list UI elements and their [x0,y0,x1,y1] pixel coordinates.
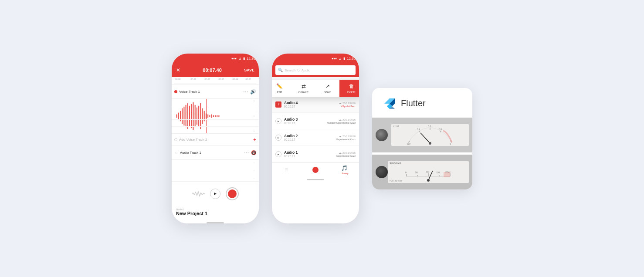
record-inner [228,189,237,198]
waveform-grid [172,99,259,133]
record-dot [312,167,319,173]
track-active-dot [174,90,177,93]
add-circle-icon [174,138,177,141]
search-box[interactable]: 🔍 Search for Audio [275,65,356,75]
flutter-header: Flutter [372,88,472,118]
wifi-icon-2: ⊿ [339,57,342,61]
audio-2-tags: Experimental #Jazz [336,138,356,141]
svg-point-54 [427,179,430,182]
add-plus-icon[interactable]: + [253,137,256,143]
play-button[interactable]: ▶ [210,189,220,199]
cloud-icon-1: ☁ [339,151,342,155]
battery-icon: ▮ [243,57,245,61]
svg-text:0.6: 0.6 [428,125,431,128]
home-indicator-bar [172,219,259,223]
audio-3-name: Audio 3 [284,117,324,122]
meter-1-block: VUM 0.2 0.4 0.6 0.8 [372,118,472,152]
mute-icon[interactable]: 🔇 [251,150,256,155]
record-button[interactable] [226,187,239,200]
meter-knob-2 [376,166,388,178]
audio-2-meta: ☁ 20/11/2016 Experimental #Jazz [336,135,356,141]
recording-time: 00:07.40 [203,68,221,73]
add-voice-track[interactable]: Add Voice Track 2 + [172,134,259,146]
volume-icon[interactable]: 🔊 [250,89,256,95]
audio-3-tags: #Critical #Experimental #Jazz [327,122,356,124]
ctx-share-label: Share [324,91,331,94]
share-icon: ↗ [325,83,330,89]
close-icon[interactable]: ✕ [176,67,180,73]
audio-2-date: ☁ 20/11/2016 [336,135,356,138]
cloud-icon-2: ☁ [339,135,342,138]
context-menu: ✏️ Edit ⇄ Convert ↗ Share 🗑 Delete [272,80,359,97]
playback-controls: ▶ [172,182,259,206]
audio-1-tags: Experimental #Jazz [336,155,356,157]
nav-record[interactable] [301,167,330,173]
timeline-ruler: 00:00 00:01 00:02 00:03 00:04 00:05 [172,77,259,85]
home-indicator-strip-2 [307,179,324,180]
home-indicator-2 [272,176,359,182]
audio-2-name: Audio 2 [284,134,334,138]
voice-track-1-label: Voice Track 1 [179,90,242,94]
audio-item-2[interactable]: ▶ Audio 2 00:20.17 ☁ 20/11/2016 Experime… [272,129,359,146]
play-button-3[interactable]: ▶ [275,118,281,124]
ctx-edit-label: Edit [277,91,282,94]
status-bar-2: ▾▾▾ ⊿ ▮ 12:30 [272,54,359,63]
status-time-1: 12:30 [247,57,255,61]
play-button-1[interactable]: ▶ [275,151,281,157]
meter-face-1: VUM 0.2 0.4 0.6 0.8 [391,124,469,146]
nav-list[interactable]: ≡ [272,167,301,173]
search-toolbar: 🔍 Search for Audio [272,63,359,77]
audio-1-name: Audio 1 [284,150,334,155]
track-more-icon[interactable]: ••• [244,90,248,94]
audio-track-1-label: Audio Track 1 [180,151,243,155]
signal-icon-2: ▾▾▾ [332,57,337,61]
audio-track-area: 5 0 5 [172,160,259,182]
audio-item-1[interactable]: ▶ Audio 1 00:20.17 ☁ 20/11/2016 Experime… [272,146,359,162]
meter-2: SECOND 0 50 100 150 [372,155,472,189]
svg-line-39 [420,133,430,143]
audio-4-date: ☁ 20/11/2016 [339,101,356,105]
convert-icon: ⇄ [302,83,306,89]
delete-icon: 🗑 [349,83,354,89]
audio-1-meta: ☁ 20/11/2016 Experimental #Jazz [336,151,356,157]
cloud-icon-4: ☁ [339,101,342,105]
audio-track-more[interactable]: ••• [244,151,249,155]
ctx-delete-label: Delete [347,91,356,94]
main-scene: ▾▾▾ ⊿ ▮ 12:30 ✕ 00:07.40 SAVE 00:00 00:0… [159,41,485,236]
cloud-icon-3: ☁ [339,118,342,122]
meter1-svg: 0.2 0.4 0.6 0.8 1 [391,124,469,146]
ctx-convert-button[interactable]: ⇄ Convert [291,80,315,97]
nav-library[interactable]: 🎵 Library [330,165,359,175]
search-icon: 🔍 [278,68,283,72]
project-name: New Project 1 [176,211,254,216]
audio-1-info: Audio 1 00:20.17 [284,150,334,158]
meter2-label: SECOND [390,162,401,165]
svg-text:0.2: 0.2 [407,143,410,145]
audio-item-3[interactable]: ▶ Audio 3 00:08.15 ☁ 20/11/2016 #Critica… [272,113,359,129]
meter-face-2: SECOND 0 50 100 150 [388,161,469,183]
recording-toolbar: ✕ 00:07.40 SAVE [172,63,259,77]
svg-text:0.4: 0.4 [417,128,420,131]
play-button-2[interactable]: ▶ [275,135,281,141]
wifi-icon: ⊿ [238,57,241,61]
audio-3-info: Audio 3 00:08.15 [284,117,324,125]
ctx-edit-button[interactable]: ✏️ Edit [272,80,291,97]
svg-text:1: 1 [450,143,451,145]
audio-list: ⏸ Audio 4 00:20.17 ☁ 20/11/2016 #Synth #… [272,96,359,162]
phone-recording: ▾▾▾ ⊿ ▮ 12:30 ✕ 00:07.40 SAVE 00:00 00:0… [172,54,259,223]
library-label: Library [341,172,349,175]
battery-icon-2: ▮ [343,57,345,61]
pause-button-4[interactable]: ⏸ [275,101,281,108]
waveform-display: 5 0 5 [172,99,259,134]
project-name-section: NAME New Project 1 [172,206,259,219]
edit-icon: ✏️ [276,83,283,89]
save-button[interactable]: SAVE [244,68,254,72]
search-placeholder-text: Search for Audio [285,68,310,72]
audio-4-duration: 00:20.17 [284,105,336,108]
status-time-2: 12:30 [347,57,356,61]
ctx-delete-button[interactable]: 🗑 Delete [339,80,359,97]
flutter-card: Flutter VUM [372,88,472,189]
ctx-share-button[interactable]: ↗ Share [315,80,339,97]
audio-item-4[interactable]: ⏸ Audio 4 00:20.17 ☁ 20/11/2016 #Synth #… [272,96,359,113]
signal-icon: ▾▾▾ [231,57,237,61]
